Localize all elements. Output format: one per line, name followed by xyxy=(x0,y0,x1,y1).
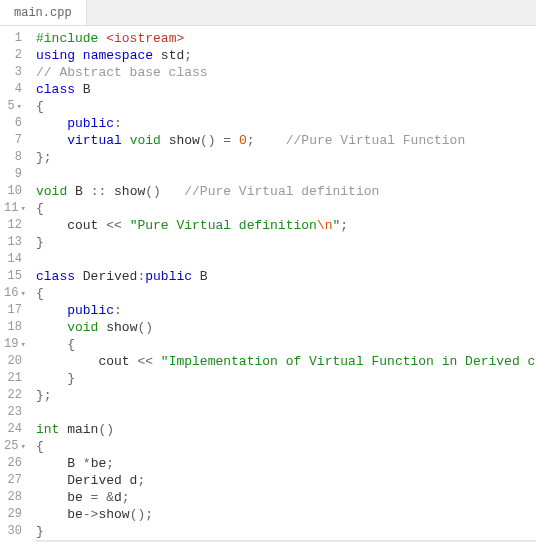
code-line[interactable]: { xyxy=(36,200,536,217)
token-identifier xyxy=(36,337,67,352)
line-number: 8 xyxy=(4,149,22,166)
code-line[interactable]: void B :: show() //Pure Virtual definiti… xyxy=(36,183,536,200)
token-comment: // Abstract base class xyxy=(36,65,208,80)
token-operator: * xyxy=(83,456,91,471)
line-number: 15 xyxy=(4,268,22,285)
code-line[interactable]: cout << "Pure Virtual definition\n"; xyxy=(36,217,536,234)
token-punct: { xyxy=(36,201,44,216)
token-type: void xyxy=(67,320,98,335)
token-punct: { xyxy=(36,286,44,301)
token-identifier: d xyxy=(114,490,122,505)
code-line[interactable]: virtual void show() = 0; //Pure Virtual … xyxy=(36,132,536,149)
code-line[interactable]: public: xyxy=(36,115,536,132)
code-line[interactable]: { xyxy=(36,336,536,353)
line-number: 7 xyxy=(4,132,22,149)
line-number: 21 xyxy=(4,370,22,387)
code-line[interactable]: }; xyxy=(36,149,536,166)
token-identifier xyxy=(231,133,239,148)
fold-marker-icon[interactable]: ▾ xyxy=(20,289,25,299)
token-punct: () xyxy=(145,184,161,199)
token-punct: }; xyxy=(36,388,52,403)
token-punct: : xyxy=(114,303,122,318)
file-tab[interactable]: main.cpp xyxy=(0,0,87,25)
code-line[interactable]: } xyxy=(36,523,536,540)
token-keyword: class xyxy=(36,269,75,284)
code-line[interactable]: public: xyxy=(36,302,536,319)
token-identifier xyxy=(36,133,67,148)
code-area[interactable]: 12345▾67891011▾1213141516▾171819▾2021222… xyxy=(0,26,536,542)
token-identifier: B xyxy=(36,456,83,471)
token-identifier xyxy=(122,218,130,233)
token-operator: -> xyxy=(83,507,99,522)
token-punct: ; xyxy=(106,456,114,471)
token-punct: { xyxy=(36,439,44,454)
token-punct: :: xyxy=(91,184,107,199)
line-number: 17 xyxy=(4,302,22,319)
token-identifier xyxy=(122,133,130,148)
code-line[interactable]: using namespace std; xyxy=(36,47,536,64)
code-line[interactable]: be = &d; xyxy=(36,489,536,506)
code-line[interactable]: }; xyxy=(36,387,536,404)
line-number: 10 xyxy=(4,183,22,200)
token-punct: (); xyxy=(130,507,153,522)
token-identifier xyxy=(36,371,67,386)
token-identifier xyxy=(36,320,67,335)
line-number: 9 xyxy=(4,166,22,183)
code-line[interactable]: } xyxy=(36,370,536,387)
token-identifier xyxy=(36,303,67,318)
token-operator: << xyxy=(137,354,153,369)
token-comment: //Pure Virtual definition xyxy=(184,184,379,199)
line-number: 25▾ xyxy=(4,438,22,455)
token-comment: //Pure Virtual Function xyxy=(286,133,465,148)
fold-marker-icon[interactable]: ▾ xyxy=(20,442,25,452)
code-line[interactable]: B *be; xyxy=(36,455,536,472)
code-line[interactable]: { xyxy=(36,285,536,302)
code-line[interactable]: #include <iostream> xyxy=(36,30,536,47)
token-identifier: cout xyxy=(36,218,106,233)
token-keyword: public xyxy=(145,269,192,284)
code-content[interactable]: #include <iostream>using namespace std;/… xyxy=(30,26,536,542)
code-line[interactable]: be->show(); xyxy=(36,506,536,523)
token-punct: ; xyxy=(340,218,348,233)
token-identifier: be xyxy=(91,456,107,471)
token-identifier xyxy=(36,116,67,131)
code-line[interactable]: { xyxy=(36,98,536,115)
line-number: 14 xyxy=(4,251,22,268)
code-line[interactable]: { xyxy=(36,438,536,455)
code-line[interactable] xyxy=(36,404,536,421)
code-line[interactable]: class Derived:public B xyxy=(36,268,536,285)
line-number: 13 xyxy=(4,234,22,251)
fold-marker-icon[interactable]: ▾ xyxy=(17,102,22,112)
token-punct: } xyxy=(36,524,44,539)
code-line[interactable]: // Abstract base class xyxy=(36,64,536,81)
line-number: 11▾ xyxy=(4,200,22,217)
token-string: "Pure Virtual definition xyxy=(130,218,317,233)
code-line[interactable]: void show() xyxy=(36,319,536,336)
token-punct: } xyxy=(67,371,75,386)
code-line[interactable]: Derived d; xyxy=(36,472,536,489)
code-line[interactable]: cout << "Implementation of Virtual Funct… xyxy=(36,353,536,370)
fold-marker-icon[interactable]: ▾ xyxy=(20,340,25,350)
line-number: 23 xyxy=(4,404,22,421)
line-number: 22 xyxy=(4,387,22,404)
fold-marker-icon[interactable]: ▾ xyxy=(20,204,25,214)
line-number: 27 xyxy=(4,472,22,489)
code-line[interactable]: int main() xyxy=(36,421,536,438)
code-line[interactable]: class B xyxy=(36,81,536,98)
token-identifier xyxy=(153,354,161,369)
token-identifier: B xyxy=(192,269,208,284)
token-operator: = xyxy=(223,133,231,148)
token-identifier: B xyxy=(75,82,91,97)
line-number: 30 xyxy=(4,523,22,540)
code-line[interactable] xyxy=(36,251,536,268)
line-number: 18 xyxy=(4,319,22,336)
token-punct: { xyxy=(36,99,44,114)
tab-label: main.cpp xyxy=(14,6,72,20)
token-keyword: virtual xyxy=(67,133,122,148)
token-preproc: #include xyxy=(36,31,106,46)
code-line[interactable] xyxy=(36,166,536,183)
token-punct: { xyxy=(67,337,75,352)
code-line[interactable]: } xyxy=(36,234,536,251)
line-number: 12 xyxy=(4,217,22,234)
token-escape: \n xyxy=(317,218,333,233)
